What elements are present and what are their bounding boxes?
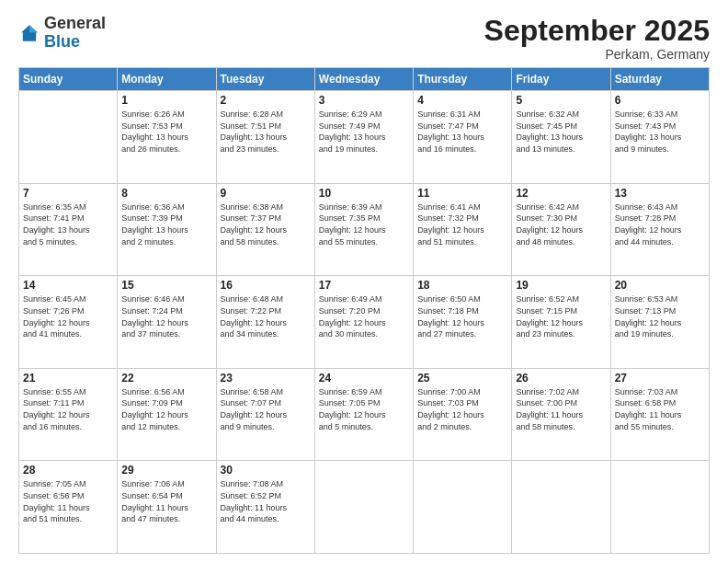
- table-row: 27Sunrise: 7:03 AMSunset: 6:58 PMDayligh…: [610, 368, 709, 461]
- day-info: Sunrise: 6:33 AMSunset: 7:43 PMDaylight:…: [615, 109, 705, 155]
- day-info: Sunrise: 7:06 AMSunset: 6:54 PMDaylight:…: [121, 478, 211, 524]
- calendar-table: Sunday Monday Tuesday Wednesday Thursday…: [18, 67, 710, 554]
- table-row: 11Sunrise: 6:41 AMSunset: 7:32 PMDayligh…: [414, 183, 512, 276]
- day-info: Sunrise: 6:46 AMSunset: 7:24 PMDaylight:…: [121, 293, 211, 339]
- table-row: 15Sunrise: 6:46 AMSunset: 7:24 PMDayligh…: [118, 276, 216, 369]
- day-number: 19: [516, 279, 606, 292]
- day-info: Sunrise: 6:36 AMSunset: 7:39 PMDaylight:…: [121, 201, 211, 247]
- table-row: 18Sunrise: 6:50 AMSunset: 7:18 PMDayligh…: [414, 276, 512, 369]
- table-row: 22Sunrise: 6:56 AMSunset: 7:09 PMDayligh…: [118, 368, 216, 461]
- day-number: 3: [319, 94, 409, 107]
- table-row: 30Sunrise: 7:08 AMSunset: 6:52 PMDayligh…: [216, 461, 314, 554]
- day-info: Sunrise: 6:28 AMSunset: 7:51 PMDaylight:…: [221, 109, 311, 155]
- day-number: 21: [23, 372, 113, 385]
- day-number: 16: [221, 279, 311, 292]
- logo-general: General: [44, 14, 106, 32]
- day-number: 9: [221, 187, 311, 200]
- svg-marker-1: [29, 25, 38, 32]
- day-info: Sunrise: 7:08 AMSunset: 6:52 PMDaylight:…: [221, 478, 311, 524]
- day-info: Sunrise: 6:35 AMSunset: 7:41 PMDaylight:…: [23, 201, 113, 247]
- day-number: 26: [516, 372, 606, 385]
- col-tuesday: Tuesday: [216, 68, 314, 91]
- table-row: 23Sunrise: 6:58 AMSunset: 7:07 PMDayligh…: [216, 368, 314, 461]
- col-saturday: Saturday: [610, 68, 709, 91]
- table-row: 14Sunrise: 6:45 AMSunset: 7:26 PMDayligh…: [19, 276, 118, 369]
- col-monday: Monday: [118, 68, 216, 91]
- table-row: [314, 461, 413, 554]
- day-number: 29: [121, 464, 211, 477]
- day-number: 14: [23, 279, 113, 292]
- day-info: Sunrise: 6:31 AMSunset: 7:47 PMDaylight:…: [417, 109, 507, 155]
- day-number: 10: [319, 187, 409, 200]
- col-wednesday: Wednesday: [314, 68, 413, 91]
- logo-blue: Blue: [44, 32, 80, 51]
- day-number: 13: [615, 187, 705, 200]
- day-number: 15: [121, 279, 211, 292]
- day-info: Sunrise: 6:50 AMSunset: 7:18 PMDaylight:…: [417, 293, 507, 339]
- day-number: 18: [417, 279, 507, 292]
- day-number: 8: [121, 187, 211, 200]
- table-row: 3Sunrise: 6:29 AMSunset: 7:49 PMDaylight…: [314, 91, 413, 184]
- table-row: 2Sunrise: 6:28 AMSunset: 7:51 PMDaylight…: [216, 91, 314, 184]
- table-row: 4Sunrise: 6:31 AMSunset: 7:47 PMDaylight…: [414, 91, 512, 184]
- day-info: Sunrise: 6:56 AMSunset: 7:09 PMDaylight:…: [121, 386, 211, 432]
- table-row: 8Sunrise: 6:36 AMSunset: 7:39 PMDaylight…: [118, 183, 216, 276]
- day-number: 11: [417, 187, 507, 200]
- day-info: Sunrise: 6:45 AMSunset: 7:26 PMDaylight:…: [23, 293, 113, 339]
- day-info: Sunrise: 7:03 AMSunset: 6:58 PMDaylight:…: [615, 386, 705, 432]
- logo: General Blue: [18, 15, 106, 52]
- table-row: 26Sunrise: 7:02 AMSunset: 7:00 PMDayligh…: [512, 368, 610, 461]
- table-row: 7Sunrise: 6:35 AMSunset: 7:41 PMDaylight…: [19, 183, 118, 276]
- table-row: [19, 91, 118, 184]
- day-number: 20: [615, 279, 705, 292]
- day-number: 7: [23, 187, 113, 200]
- table-row: 19Sunrise: 6:52 AMSunset: 7:15 PMDayligh…: [512, 276, 610, 369]
- day-info: Sunrise: 6:41 AMSunset: 7:32 PMDaylight:…: [417, 201, 507, 247]
- table-row: 5Sunrise: 6:32 AMSunset: 7:45 PMDaylight…: [512, 91, 610, 184]
- table-row: 24Sunrise: 6:59 AMSunset: 7:05 PMDayligh…: [314, 368, 413, 461]
- day-info: Sunrise: 6:29 AMSunset: 7:49 PMDaylight:…: [319, 109, 409, 155]
- day-number: 17: [319, 279, 409, 292]
- location: Perkam, Germany: [484, 47, 710, 62]
- calendar-header-row: Sunday Monday Tuesday Wednesday Thursday…: [19, 68, 710, 91]
- table-row: [610, 461, 709, 554]
- day-info: Sunrise: 6:49 AMSunset: 7:20 PMDaylight:…: [319, 293, 409, 339]
- day-info: Sunrise: 6:55 AMSunset: 7:11 PMDaylight:…: [23, 386, 113, 432]
- day-info: Sunrise: 7:05 AMSunset: 6:56 PMDaylight:…: [23, 478, 113, 524]
- month-title: September 2025: [484, 15, 710, 47]
- day-number: 25: [417, 372, 507, 385]
- day-number: 5: [516, 94, 606, 107]
- table-row: 6Sunrise: 6:33 AMSunset: 7:43 PMDaylight…: [610, 91, 709, 184]
- day-number: 28: [23, 464, 113, 477]
- day-number: 24: [319, 372, 409, 385]
- table-row: 29Sunrise: 7:06 AMSunset: 6:54 PMDayligh…: [118, 461, 216, 554]
- day-number: 22: [121, 372, 211, 385]
- day-info: Sunrise: 6:58 AMSunset: 7:07 PMDaylight:…: [221, 386, 311, 432]
- table-row: 12Sunrise: 6:42 AMSunset: 7:30 PMDayligh…: [512, 183, 610, 276]
- day-number: 23: [221, 372, 311, 385]
- table-row: 20Sunrise: 6:53 AMSunset: 7:13 PMDayligh…: [610, 276, 709, 369]
- day-number: 6: [615, 94, 705, 107]
- day-number: 4: [417, 94, 507, 107]
- col-thursday: Thursday: [414, 68, 512, 91]
- table-row: [414, 461, 512, 554]
- table-row: 13Sunrise: 6:43 AMSunset: 7:28 PMDayligh…: [610, 183, 709, 276]
- title-block: September 2025 Perkam, Germany: [484, 15, 710, 62]
- day-info: Sunrise: 6:52 AMSunset: 7:15 PMDaylight:…: [516, 293, 606, 339]
- col-sunday: Sunday: [19, 68, 118, 91]
- table-row: 16Sunrise: 6:48 AMSunset: 7:22 PMDayligh…: [216, 276, 314, 369]
- table-row: 25Sunrise: 7:00 AMSunset: 7:03 PMDayligh…: [414, 368, 512, 461]
- day-info: Sunrise: 6:32 AMSunset: 7:45 PMDaylight:…: [516, 109, 606, 155]
- day-number: 12: [516, 187, 606, 200]
- table-row: 10Sunrise: 6:39 AMSunset: 7:35 PMDayligh…: [314, 183, 413, 276]
- col-friday: Friday: [512, 68, 610, 91]
- day-info: Sunrise: 6:48 AMSunset: 7:22 PMDaylight:…: [221, 293, 311, 339]
- day-number: 1: [121, 94, 211, 107]
- day-info: Sunrise: 7:00 AMSunset: 7:03 PMDaylight:…: [417, 386, 507, 432]
- day-info: Sunrise: 6:53 AMSunset: 7:13 PMDaylight:…: [615, 293, 705, 339]
- day-info: Sunrise: 6:43 AMSunset: 7:28 PMDaylight:…: [615, 201, 705, 247]
- day-info: Sunrise: 6:39 AMSunset: 7:35 PMDaylight:…: [319, 201, 409, 247]
- day-info: Sunrise: 6:59 AMSunset: 7:05 PMDaylight:…: [319, 386, 409, 432]
- table-row: 28Sunrise: 7:05 AMSunset: 6:56 PMDayligh…: [19, 461, 118, 554]
- logo-text: General Blue: [44, 15, 106, 52]
